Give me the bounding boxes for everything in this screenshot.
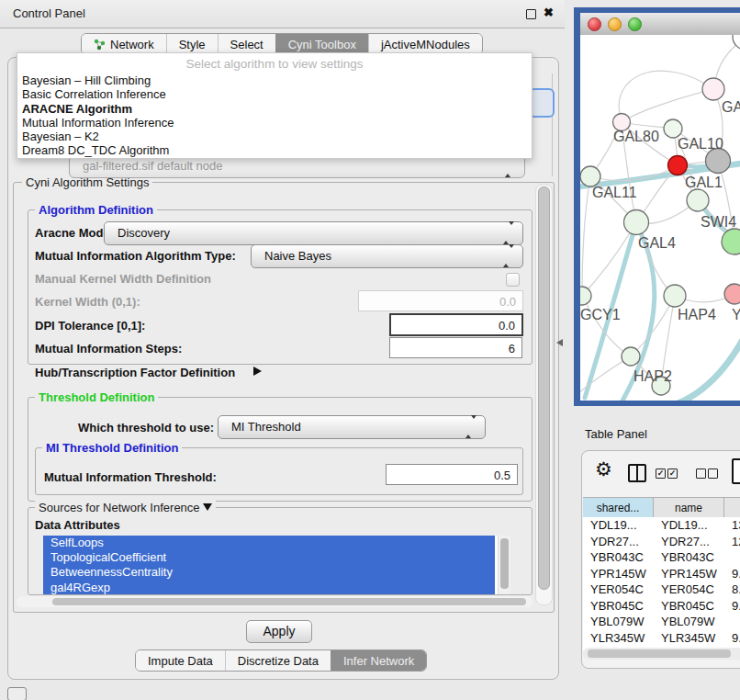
network-node-gal4[interactable]: [624, 210, 649, 235]
column-header[interactable]: [724, 498, 740, 518]
table-row[interactable]: YBR043CYBR043C: [583, 549, 740, 566]
network-canvas[interactable]: GALGAL80GAL10GAL1GAL11SWI4GAL4GCY1HAP4YH…: [580, 35, 740, 401]
close-traffic-light[interactable]: [588, 17, 601, 31]
table-row[interactable]: YDL19...YDL19...13: [583, 517, 740, 534]
network-edge: [622, 89, 713, 122]
network-node-hap2[interactable]: [622, 347, 640, 366]
dropdown-item[interactable]: ARACNE Algorithm: [17, 102, 532, 116]
tab-discretize-data[interactable]: Discretize Data: [225, 650, 331, 671]
columns-icon[interactable]: [628, 464, 646, 482]
network-node-y[interactable]: [724, 284, 740, 304]
network-node-gal[interactable]: [702, 78, 724, 100]
tab-style[interactable]: Style: [166, 34, 218, 54]
kernel-width-field[interactable]: 0.0: [358, 290, 523, 311]
table-cell: YPR145W: [654, 566, 724, 582]
tab-select[interactable]: Select: [218, 34, 275, 54]
dropdown-item[interactable]: Bayesian – Hill Climbing: [17, 73, 532, 87]
attribute-item[interactable]: TopologicalCoefficient: [43, 550, 495, 565]
network-node[interactable]: [706, 149, 731, 174]
dropdown-item[interactable]: Mutual Information Inference: [17, 116, 532, 130]
network-node-swi4[interactable]: [687, 189, 709, 211]
attribute-item[interactable]: SelfLoops: [43, 536, 495, 550]
table-row[interactable]: YBL079WYBL079W: [583, 614, 740, 630]
tab-cyni-toolbox[interactable]: Cyni Toolbox: [275, 34, 368, 54]
tab-network[interactable]: Network: [82, 34, 166, 54]
table-cell: YER054C: [583, 581, 654, 598]
network-graph: GALGAL80GAL10GAL1GAL11SWI4GAL4GCY1HAP4YH…: [580, 35, 740, 401]
settings-scrollbar-thumb[interactable]: [538, 186, 550, 590]
table-row[interactable]: YDR27...YDR27...12: [583, 534, 740, 550]
aracne-mode-combo[interactable]: Discovery: [104, 221, 523, 245]
network-node-gal10[interactable]: [664, 119, 682, 138]
dropdown-item[interactable]: Basic Correlation Inference: [17, 87, 532, 101]
mi-threshold-field[interactable]: 0.5: [386, 464, 518, 485]
mi-steps-label: Mutual Information Steps:: [35, 342, 182, 356]
table-source-value: gal-filtered.sif default node: [83, 159, 222, 173]
panel-title: Control Panel: [13, 6, 85, 20]
checked-checkbox-icon[interactable]: ✓: [656, 469, 666, 479]
dpi-tolerance-value: 0.0: [499, 318, 515, 332]
table-cell: YBR045C: [583, 598, 654, 615]
column-header[interactable]: name: [654, 498, 724, 518]
node-label-gal: GAL: [722, 99, 740, 115]
tab-jactivemnodules[interactable]: jActiveMNodules: [368, 34, 482, 54]
table-row[interactable]: YBR045CYBR045C9.: [583, 598, 740, 615]
list-scrollbar-thumb[interactable]: [500, 538, 509, 589]
gear-icon[interactable]: ⚙: [595, 458, 612, 480]
network-window: GALGAL80GAL10GAL1GAL11SWI4GAL4GCY1HAP4YH…: [574, 7, 740, 406]
which-threshold-value: MI Threshold: [231, 420, 301, 434]
tab-impute-data[interactable]: Impute Data: [136, 650, 225, 671]
table-cell: YBR045C: [654, 598, 724, 615]
node-label-y: Y: [732, 307, 740, 322]
network-node-gal11[interactable]: [580, 166, 600, 186]
manual-kernel-checkbox[interactable]: [506, 273, 520, 287]
network-node-gcy1[interactable]: [580, 287, 591, 305]
float-window-icon[interactable]: [526, 9, 536, 19]
column-header[interactable]: shared...: [583, 498, 654, 518]
hub-definition-label[interactable]: Hub/Transcription Factor Definition: [35, 366, 235, 379]
sources-group-title[interactable]: Sources for Network Inference: [35, 501, 216, 514]
mi-steps-field[interactable]: 6: [389, 337, 522, 358]
node-label-hap2: HAP2: [633, 368, 672, 384]
kernel-width-value: 0.0: [499, 294, 516, 308]
expand-right-triangle-icon[interactable]: [253, 367, 262, 376]
focused-combo-fragment[interactable]: [529, 88, 555, 118]
unchecked-checkbox-icon[interactable]: [708, 469, 718, 479]
table-row[interactable]: YLR345WYLR345W9.: [583, 630, 740, 647]
apply-button[interactable]: Apply: [246, 620, 312, 643]
mi-type-combo[interactable]: Naive Bayes: [251, 244, 523, 268]
dropdown-item[interactable]: Dream8 DC_TDC Algorithm: [17, 143, 532, 157]
close-icon[interactable]: ✖: [544, 6, 554, 19]
network-edge: [667, 338, 740, 401]
table-cell: YLR345W: [583, 630, 654, 647]
network-window-titlebar[interactable]: [580, 13, 740, 36]
table-cell: YLR345W: [654, 630, 724, 647]
table-cell: YDL19...: [583, 517, 654, 534]
kernel-width-label: Kernel Width (0,1):: [35, 295, 140, 309]
mi-threshold-value: 0.5: [494, 468, 510, 481]
minimize-traffic-light[interactable]: [608, 17, 622, 31]
table-row[interactable]: YER054CYER054C8.: [583, 581, 740, 598]
attribute-item[interactable]: gal4RGexp: [43, 581, 495, 594]
docked-panel-icon[interactable]: [7, 687, 27, 700]
which-threshold-combo[interactable]: MI Threshold: [218, 415, 486, 439]
network-node-hap4[interactable]: [664, 285, 686, 307]
collapse-down-triangle-icon[interactable]: [203, 503, 212, 511]
checked-checkbox-icon[interactable]: ✓: [667, 469, 678, 479]
settings-hscrollbar-thumb[interactable]: [52, 598, 526, 605]
algorithm-dropdown: Select algorithm to view settings Bayesi…: [17, 52, 533, 159]
attribute-item[interactable]: BetweennessCentrality: [43, 565, 495, 580]
network-edge: [582, 222, 636, 296]
table-row[interactable]: YPR145WYPR145W9.: [583, 566, 740, 582]
network-node-gal1[interactable]: [668, 156, 688, 175]
table-cell: 12: [724, 534, 740, 550]
dpi-tolerance-field[interactable]: 0.0: [389, 313, 523, 336]
dropdown-item[interactable]: Bayesian – K2: [17, 130, 532, 143]
tab-infer-network[interactable]: Infer Network: [331, 650, 426, 671]
aracne-mode-value: Discovery: [118, 226, 170, 240]
tab-label: Network: [110, 38, 154, 51]
table-hscrollbar-thumb[interactable]: [588, 649, 731, 658]
document-icon[interactable]: [732, 458, 740, 484]
zoom-traffic-light[interactable]: [628, 17, 642, 31]
unchecked-checkbox-icon[interactable]: [696, 469, 706, 479]
